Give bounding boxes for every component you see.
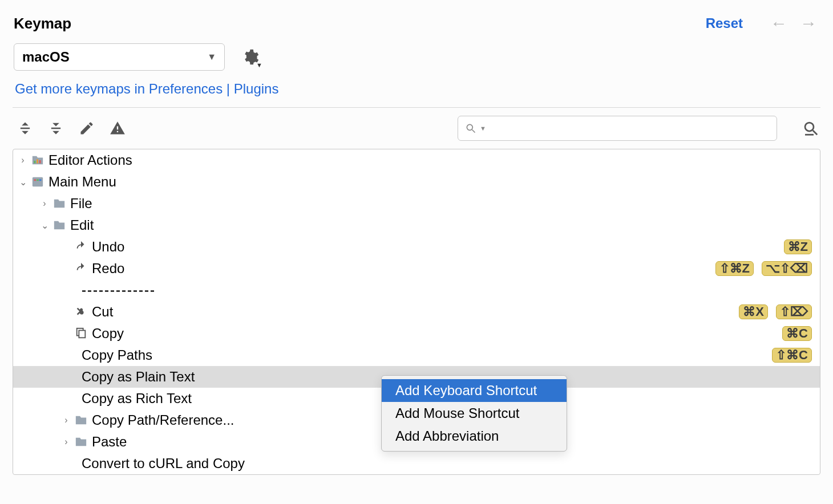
keymap-select[interactable]: macOS ▼	[14, 43, 225, 71]
chevron-right-icon: ›	[60, 415, 72, 425]
reset-link[interactable]: Reset	[706, 15, 743, 31]
svg-point-0	[467, 124, 472, 130]
find-by-shortcut-button[interactable]	[802, 120, 819, 137]
chevron-down-icon: ⌄	[38, 220, 51, 231]
search-input-wrap[interactable]: ▼	[458, 116, 777, 141]
tree-node-label: Editor Actions	[46, 152, 812, 168]
tree-toolbar: ▼	[0, 108, 833, 149]
svg-rect-11	[39, 179, 42, 181]
tree-node-redo[interactable]: · Redo ⇧⌘Z ⌥⇧⌫	[13, 258, 820, 279]
chevron-down-icon: ▼	[207, 52, 216, 62]
back-arrow-icon: ←	[770, 14, 787, 33]
menu-item-add-mouse-shortcut[interactable]: Add Mouse Shortcut	[382, 402, 567, 425]
tree-node-cut[interactable]: · Cut ⌘X ⇧⌦	[13, 301, 820, 323]
redo-icon	[72, 262, 90, 275]
tree-node-label: Redo	[90, 261, 715, 277]
search-input[interactable]	[490, 120, 770, 136]
get-more-keymaps-link[interactable]: Get more keymaps in Preferences | Plugin…	[0, 78, 833, 107]
tree-node-label: Undo	[90, 239, 784, 255]
conflicts-button[interactable]	[110, 120, 126, 136]
menu-item-add-keyboard-shortcut[interactable]: Add Keyboard Shortcut	[382, 379, 567, 402]
tree-node-copy-paths[interactable]: Copy Paths ⇧⌘C	[13, 344, 820, 366]
tree-node-label: Main Menu	[46, 174, 812, 190]
folder-icon	[29, 154, 46, 166]
tree-node-edit[interactable]: ⌄ Edit	[13, 214, 820, 236]
page-title: Keymap	[14, 15, 71, 32]
expand-all-button[interactable]	[17, 120, 33, 136]
shortcut-badge: ⌘Z	[784, 239, 812, 254]
menu-item-add-abbreviation[interactable]: Add Abbreviation	[382, 425, 567, 448]
svg-rect-6	[37, 159, 38, 163]
keymap-settings-button[interactable]: ▼	[241, 48, 259, 66]
folder-icon	[72, 414, 90, 426]
shortcut-badge: ⌘X	[739, 304, 768, 319]
separator-label: -------------	[79, 282, 812, 298]
svg-rect-9	[34, 179, 37, 181]
tree-node-label: Cut	[90, 304, 739, 320]
tree-node-undo[interactable]: · Undo ⌘Z	[13, 236, 820, 258]
svg-rect-5	[34, 161, 36, 164]
svg-rect-7	[39, 160, 41, 164]
shortcut-badge: ⇧⌘Z	[715, 261, 754, 276]
tree-node-file[interactable]: › File	[13, 193, 820, 214]
tree-node-copy[interactable]: · Copy ⌘C	[13, 323, 820, 344]
tree-node-convert-curl[interactable]: Convert to cURL and Copy	[13, 453, 820, 474]
tree-node-editor-actions[interactable]: › Editor Actions	[13, 149, 820, 171]
shortcut-badge: ⇧⌘C	[772, 348, 812, 363]
folder-icon	[72, 436, 90, 448]
header: Keymap Reset ← →	[0, 0, 833, 43]
forward-arrow-icon: →	[800, 14, 817, 33]
chevron-down-icon: ⌄	[17, 177, 29, 188]
svg-rect-10	[37, 179, 39, 181]
tree-node-label: Edit	[68, 217, 812, 233]
tree-node-label: File	[68, 196, 812, 212]
folder-icon	[51, 219, 68, 231]
chevron-right-icon: ›	[17, 155, 29, 165]
svg-line-1	[472, 130, 475, 133]
search-icon	[465, 123, 476, 134]
svg-rect-8	[33, 177, 43, 187]
undo-icon	[72, 241, 90, 253]
tree-node-label: Copy Paths	[79, 347, 772, 363]
shortcut-badge: ⌥⇧⌫	[762, 261, 812, 276]
caret-down-icon: ▼	[256, 62, 262, 68]
chevron-right-icon: ›	[60, 437, 72, 447]
scissors-icon	[72, 306, 90, 318]
tree-node-main-menu[interactable]: ⌄ Main Menu	[13, 171, 820, 193]
search-caret-icon: ▼	[480, 125, 486, 132]
svg-rect-13	[79, 331, 85, 338]
tree-node-label: Convert to cURL and Copy	[79, 456, 812, 472]
svg-point-2	[805, 123, 814, 131]
chevron-right-icon: ›	[38, 198, 51, 209]
context-menu: Add Keyboard Shortcut Add Mouse Shortcut…	[381, 375, 567, 452]
tree-node-label: Copy	[90, 326, 782, 342]
shortcut-badge: ⇧⌦	[776, 304, 812, 319]
folder-icon	[51, 197, 68, 210]
collapse-all-button[interactable]	[48, 120, 64, 136]
keymap-select-label: macOS	[22, 49, 207, 65]
shortcut-badge: ⌘C	[782, 326, 812, 341]
edit-shortcut-button[interactable]	[79, 120, 95, 136]
menu-icon	[29, 176, 46, 188]
tree-separator: -------------	[13, 279, 820, 301]
copy-icon	[72, 327, 90, 340]
